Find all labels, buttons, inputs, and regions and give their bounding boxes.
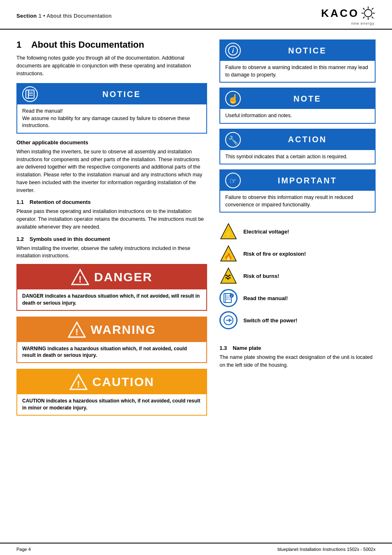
kaco-tagline: new energy.	[351, 21, 376, 25]
notice-right-icon: i	[225, 43, 241, 58]
left-column: 1 About this Documentation The following…	[16, 39, 207, 421]
notice-line2: We assume no liability for any damage ca…	[22, 115, 201, 130]
other-docs-text: When installing the inverters, be sure t…	[16, 148, 207, 194]
svg-text:!: !	[77, 379, 80, 389]
note-box: ☝ NOTE Useful information and notes.	[219, 88, 376, 124]
main-content: 1 About this Documentation The following…	[0, 30, 392, 431]
svg-rect-9	[26, 90, 34, 98]
action-person-svg: 🔧	[227, 134, 239, 146]
svg-text:🔥: 🔥	[224, 253, 233, 261]
action-header: 🔧 ACTION	[220, 130, 375, 150]
warning-header: ! WARNING	[17, 317, 206, 342]
burns-icon	[219, 267, 238, 285]
subsec-num-1-1: 1.1	[16, 199, 26, 205]
svg-text:🔧: 🔧	[228, 135, 238, 145]
other-docs-heading: Other applicable documents	[16, 139, 207, 146]
danger-body: DANGER indicates a hazardous situation w…	[17, 289, 206, 310]
subsec-text-1-2: When installing the inverter, observe th…	[16, 245, 207, 260]
subsec-num-1-2: 1.2	[16, 236, 26, 242]
svg-marker-29	[221, 268, 236, 283]
section-main-title: 1 About this Documentation	[16, 39, 207, 50]
symbol-label-manual: Read the manual!	[243, 295, 288, 301]
symbol-switch-off: Switch off the power!	[219, 311, 376, 329]
svg-line-8	[363, 17, 364, 18]
notice-header-left: NOTICE	[17, 84, 206, 104]
book-svg-icon	[24, 88, 36, 100]
read-manual-icon: i	[219, 289, 238, 307]
symbol-label-fire: Risk of fire or explosion!	[243, 251, 306, 257]
svg-text:☞: ☞	[229, 176, 237, 185]
subsection-1-1-heading: 1.1 Retention of documents	[16, 199, 207, 205]
warning-box: ! WARNING WARNING indicates a hazardous …	[16, 317, 207, 363]
electrical-voltage-icon: ⚡	[219, 222, 238, 240]
danger-triangle-icon: !	[71, 268, 89, 286]
svg-text:!: !	[75, 327, 78, 337]
notice-title-left: NOTICE	[42, 90, 201, 99]
important-box: ☞ IMPORTANT Failure to observe this info…	[219, 169, 376, 213]
section-word: Section	[16, 13, 37, 19]
section-dot: •	[43, 13, 45, 19]
svg-point-0	[364, 9, 372, 17]
danger-title: DANGER	[94, 270, 152, 284]
notice-body-left: Read the manual! We assume no liability …	[17, 104, 206, 133]
symbol-label-burns: Risk of burns!	[243, 273, 279, 279]
symbol-electrical-voltage: ⚡ Electrical voltage!	[219, 222, 376, 240]
note-icon: ☝	[225, 91, 241, 106]
warning-title: WARNING	[91, 323, 156, 337]
notice-info-svg: i	[227, 45, 239, 56]
symbols-list: ⚡ Electrical voltage! 🔥 Risk of fire or …	[219, 222, 376, 329]
right-column: i NOTICE Failure to observe a warning in…	[219, 39, 376, 421]
notice-box-right: i NOTICE Failure to observe a warning in…	[219, 39, 376, 83]
action-body: This symbol indicates that a certain act…	[220, 150, 375, 164]
symbol-fire-explosion: 🔥 Risk of fire or explosion!	[219, 245, 376, 263]
svg-line-5	[363, 8, 364, 9]
kaco-letters: KACO	[321, 7, 359, 20]
symbol-label-switch-off: Switch off the power!	[243, 317, 297, 324]
page-header: Section 1 • About this Documentation KAC…	[0, 0, 392, 30]
notice-title-right: NOTICE	[245, 46, 370, 56]
manual-book-svg: i	[223, 292, 234, 304]
caution-body: CAUTION indicates a hazardous situation …	[17, 394, 206, 415]
notice-line1: Read the manual!	[22, 108, 201, 115]
svg-text:⚡: ⚡	[224, 230, 233, 239]
important-finger-svg: ☞	[227, 175, 239, 186]
kaco-logo: KACO new energy.	[321, 6, 376, 25]
page-footer: Page 4 blueplanet Installation Instructi…	[0, 543, 392, 555]
warning-triangle-icon: !	[68, 321, 86, 339]
note-title: NOTE	[245, 94, 370, 104]
footer-doc-title: blueplanet Installation Instructions 150…	[278, 547, 376, 552]
symbol-label-electrical: Electrical voltage!	[243, 229, 289, 235]
switch-off-svg	[223, 314, 234, 326]
symbol-burns: Risk of burns!	[219, 267, 376, 285]
danger-header: ! DANGER	[17, 265, 206, 289]
note-header: ☝ NOTE	[220, 88, 375, 109]
subsec-text-1-3: The name plate showing the exact designa…	[219, 354, 376, 369]
note-hand-svg: ☝	[227, 93, 239, 104]
switch-off-icon	[219, 311, 238, 329]
important-header: ☞ IMPORTANT	[220, 170, 375, 191]
subsec-label-1-1: Retention of documents	[30, 199, 91, 205]
caution-header: ! CAUTION	[17, 370, 206, 394]
svg-line-7	[372, 8, 374, 9]
notice-header-right: i NOTICE	[220, 40, 375, 61]
subsection-1-3-heading: 1.3 Name plate	[219, 345, 376, 351]
action-box: 🔧 ACTION This symbol indicates that a ce…	[219, 129, 376, 165]
subsection-1-2-heading: 1.2 Symbols used in this document	[16, 236, 207, 242]
section-number: 1	[39, 13, 42, 19]
notice-body-right: Failure to observe a warning indicated i…	[220, 61, 375, 82]
note-body: Useful information and notes.	[220, 109, 375, 123]
section-num: 1	[16, 39, 21, 50]
subsec-label-1-2: Symbols used in this document	[30, 236, 110, 242]
caution-box: ! CAUTION CAUTION indicates a hazardous …	[16, 369, 207, 416]
important-title: IMPORTANT	[245, 176, 370, 185]
svg-text:i: i	[232, 47, 234, 54]
svg-text:!: !	[78, 274, 81, 284]
fire-explosion-icon: 🔥	[219, 245, 238, 263]
svg-line-6	[372, 17, 374, 18]
caution-triangle-icon: !	[69, 373, 88, 391]
subsection-1-3: 1.3 Name plate The name plate showing th…	[219, 340, 376, 373]
warning-body: WARNING indicates a hazardous situation …	[17, 342, 206, 363]
svg-text:☝: ☝	[228, 93, 239, 104]
section-label: About this Documentation	[31, 39, 144, 50]
danger-box: ! DANGER DANGER indicates a hazardous si…	[16, 264, 207, 311]
